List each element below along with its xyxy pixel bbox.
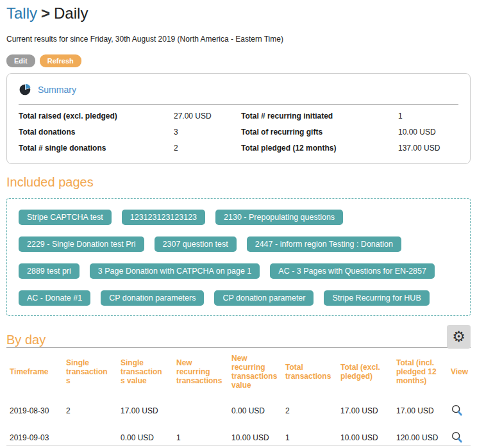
cell-new-recurring-transactions-value: 10.00 USD bbox=[228, 424, 282, 448]
stat-value: 10.00 USD bbox=[398, 128, 458, 137]
table-row: 2019-08-30 2 17.00 USD 0.00 USD 2 17.00 … bbox=[6, 397, 471, 424]
cell-total-incl-pledged: 120.00 USD bbox=[393, 424, 448, 448]
cell-new-recurring-transactions: 1 bbox=[173, 424, 228, 448]
page-bottom-divider bbox=[6, 445, 471, 446]
column-header-timeframe: Timeframe bbox=[6, 348, 63, 397]
column-header-new-recurring-transactions-value: New recurring transactions value bbox=[228, 348, 282, 397]
cell-timeframe: 2019-09-03 bbox=[6, 424, 63, 448]
page-tag[interactable]: 2130 - Prepopulating questions bbox=[215, 210, 343, 225]
page-title: Daily bbox=[54, 4, 88, 22]
page-tag[interactable]: 3 Page Donation with CATPCHA on page 1 bbox=[90, 263, 260, 279]
view-row-button[interactable] bbox=[451, 404, 464, 417]
page-tag[interactable]: AC - Donate #1 bbox=[19, 290, 90, 306]
breadcrumb: Tally>Daily bbox=[6, 0, 471, 22]
cell-view bbox=[448, 424, 471, 448]
stat-label: Total donations bbox=[19, 128, 174, 137]
summary-stats: Total raised (excl. pledged) 27.00 USD T… bbox=[19, 112, 458, 153]
column-header-single-transactions-value: Single transaction s value bbox=[117, 348, 173, 397]
column-header-view: View bbox=[448, 348, 471, 397]
breadcrumb-tally-link[interactable]: Tally bbox=[6, 4, 37, 22]
stat-label: Total raised (excl. pledged) bbox=[19, 112, 174, 120]
results-timeframe-text: Current results for since Friday, 30th A… bbox=[6, 35, 471, 44]
stat-label: Total of recurring gifts bbox=[241, 128, 398, 137]
stat-value: 1 bbox=[398, 112, 458, 120]
stat-label: Total # single donations bbox=[19, 144, 174, 153]
page-tag[interactable]: 2889 test pri bbox=[19, 263, 80, 279]
page-tag[interactable]: CP donation parameter bbox=[214, 290, 314, 306]
stat-value: 137.00 USD bbox=[398, 144, 458, 153]
table-header-row: Timeframe Single transaction s Single tr… bbox=[6, 348, 471, 397]
page-tag[interactable]: CP donation parameters bbox=[101, 290, 204, 306]
stat-value: 27.00 USD bbox=[174, 112, 241, 120]
page-tag[interactable]: AC - 3 Pages with Questions for EN-2857 bbox=[270, 263, 435, 279]
summary-divider bbox=[19, 104, 458, 105]
page-tag[interactable]: 2447 - inform region Testing : Donation bbox=[247, 236, 401, 252]
by-day-table: Timeframe Single transaction s Single tr… bbox=[6, 348, 471, 448]
cell-total-transactions: 2 bbox=[282, 397, 337, 424]
page-tag[interactable]: 2229 - Single Donation test Pri bbox=[19, 236, 144, 252]
cell-total-excl-pledged: 10.00 USD bbox=[337, 424, 393, 448]
summary-header: Summary bbox=[19, 83, 458, 96]
summary-panel: Summary Total raised (excl. pledged) 27.… bbox=[6, 73, 471, 164]
stat-label: Total # recurring initiated bbox=[241, 112, 398, 120]
cell-total-excl-pledged: 17.00 USD bbox=[337, 397, 393, 424]
cell-single-transactions: 2 bbox=[63, 397, 117, 424]
table-row: 2019-09-03 0.00 USD 1 10.00 USD 1 10.00 … bbox=[6, 424, 471, 448]
by-day-title: By day bbox=[6, 333, 46, 347]
column-header-total-transactions: Total transactions bbox=[282, 348, 337, 397]
cell-timeframe: 2019-08-30 bbox=[6, 397, 63, 424]
column-header-total-incl-pledged: Total (incl. pledged 12 months) bbox=[393, 348, 448, 397]
by-day-header: By day ⚙ bbox=[6, 325, 471, 347]
column-header-single-transactions: Single transaction s bbox=[63, 348, 117, 397]
stat-value: 2 bbox=[174, 144, 241, 153]
column-header-total-excl-pledged: Total (excl. pledged) bbox=[337, 348, 393, 397]
cell-new-recurring-transactions-value: 0.00 USD bbox=[228, 397, 282, 424]
stat-label: Total pledged (12 months) bbox=[241, 144, 398, 153]
column-header-new-recurring-transactions: New recurring transactions bbox=[173, 348, 228, 397]
cell-view bbox=[448, 397, 471, 424]
page-tag[interactable]: 123123123123123 bbox=[122, 210, 205, 225]
cell-total-incl-pledged: 17.00 USD bbox=[393, 397, 448, 424]
magnifier-icon bbox=[451, 404, 464, 417]
breadcrumb-separator: > bbox=[41, 4, 50, 22]
view-row-button[interactable] bbox=[451, 431, 464, 444]
gear-icon: ⚙ bbox=[452, 329, 465, 344]
action-buttons: Edit Refresh bbox=[6, 54, 471, 67]
page-tag[interactable]: Stripe Recurring for HUB bbox=[324, 290, 429, 306]
cell-single-transactions bbox=[63, 424, 117, 448]
cell-new-recurring-transactions bbox=[173, 397, 228, 424]
cell-single-transactions-value: 17.00 USD bbox=[117, 397, 173, 424]
stat-value: 3 bbox=[174, 128, 241, 137]
pie-chart-icon bbox=[19, 83, 31, 96]
cell-total-transactions: 1 bbox=[282, 424, 337, 448]
tally-daily-page: Tally>Daily Current results for since Fr… bbox=[0, 0, 477, 448]
magnifier-icon bbox=[451, 431, 464, 444]
edit-button[interactable]: Edit bbox=[6, 54, 35, 67]
included-pages-box: Stripe CAPTCHA test 123123123123123 2130… bbox=[6, 198, 471, 316]
refresh-button[interactable]: Refresh bbox=[40, 54, 81, 67]
page-tag[interactable]: 2307 question test bbox=[155, 236, 237, 252]
cell-single-transactions-value: 0.00 USD bbox=[117, 424, 173, 448]
settings-button[interactable]: ⚙ bbox=[447, 325, 471, 349]
summary-title: Summary bbox=[38, 85, 76, 95]
page-tag[interactable]: Stripe CAPTCHA test bbox=[19, 210, 112, 225]
included-pages-title: Included pages bbox=[6, 175, 471, 190]
